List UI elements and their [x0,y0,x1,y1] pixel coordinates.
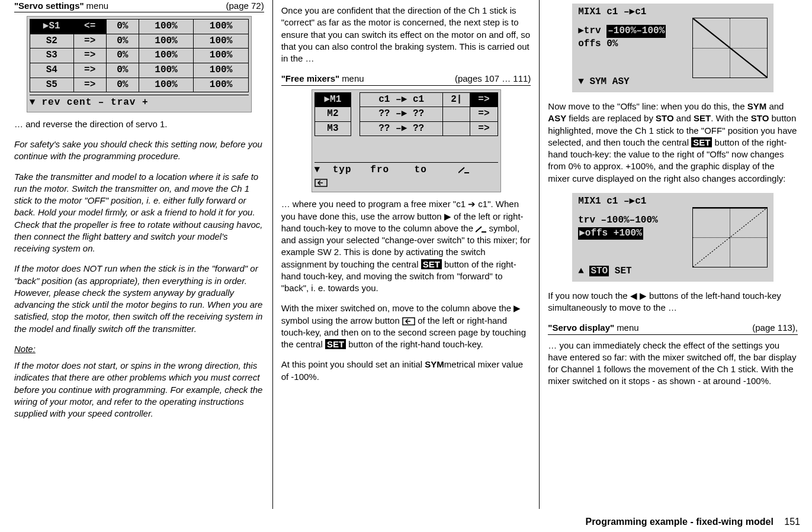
rev-s5: => [73,78,106,92]
menu-word: menu [617,322,752,334]
mix1-screen-sym: MIX1 c1 –▶c1 ▶trv –100%–100% offs 0% ▼ S… [572,4,774,92]
mix1-foot: ▼ SYM ASY [578,76,629,89]
svg-line-7 [693,208,767,267]
m1: ▶M1 [314,92,351,107]
m2-sym: => [470,107,498,122]
t2-s3: 100% [194,49,249,63]
foot-to: to [415,165,427,175]
c3-p1-m1: and [766,101,784,111]
c3-p1-pre: Now move to the "Offs" line: when you do… [548,101,747,111]
srv-s1: ▶S1 [30,20,73,34]
t2-s2: 100% [194,34,249,49]
m3-from: ?? [378,123,390,134]
c1-p1: … and reverse the direction of servo 1. [14,118,264,130]
mix1-screen-sto: MIX1 c1 –▶c1 trv –100%–100% ▶offs +100% … [572,193,774,282]
menu-name: "Free mixers" [281,73,339,85]
c1-p3: Take the transmitter and model to a loca… [14,171,264,255]
c1-p5: If the motor does not start, or spins in… [14,360,264,420]
c3-p1-b4: SET [694,113,711,123]
page-footer: Programming example - fixed-wing model 1… [585,517,800,527]
m2: M2 [314,107,351,122]
t2-s4: 100% [194,63,249,78]
mix1-trv: ▶trv –100%–100% [578,25,692,38]
c2-p3c: button of the right-hand touch-key. [346,339,483,349]
servo-settings-screen: ▶S1 <= 0% 100% 100% S2 => 0% 100% 100% S… [27,16,252,112]
mix2-offs: ▶offs +100% [578,227,643,240]
mix2-trv: trv –100%–100% [578,214,692,227]
enter-icon [402,317,415,325]
cent-s4: 0% [106,63,139,78]
t2-s5: 100% [194,78,249,92]
c3-p1-b2: ASY [548,113,566,123]
m2-to: ?? [413,108,424,119]
c3-p1: Now move to the "Offs" line: when you do… [548,101,798,185]
m3: M3 [314,121,351,136]
foot-fro: fro [370,165,389,175]
column-2: Once you are confident that the directio… [273,0,540,509]
column-3: MIX1 c1 –▶c1 ▶trv –100%–100% offs 0% ▼ S… [540,0,806,509]
cent-s3: 0% [106,49,139,63]
c3-p2: If you now touch the ◀ ▶ buttons of the … [548,290,798,314]
set-button: SET [421,259,442,269]
srv-s2: S2 [30,34,73,49]
rev-s1: <= [73,20,106,34]
cent-s5: 0% [106,78,139,92]
srv-s4: S4 [30,63,73,78]
free-mixers-screen: ▶M1 c1 –▶ c1 2| => M2 ?? –▶ ?? => M3 ?? [312,89,501,193]
c2-p4-bold: SYM [425,359,444,369]
c3-p1-m2: fields are replaced by [566,113,656,123]
m1-to: c1 [413,94,424,105]
set-button: SET [691,137,712,147]
t1-s3: 100% [139,49,194,63]
m2-sw [443,107,470,122]
menu-name: "Servo display" [548,322,614,334]
mix1-title: MIX1 c1 –▶c1 [578,6,692,19]
t2-s1: 100% [194,20,249,34]
footer-page-number: 151 [784,517,800,527]
menu-name: "Servo settings" [14,0,84,12]
set-button: SET [325,339,346,349]
c2-p4: At this point you should set an initial … [281,359,531,383]
menu-free-mixers: "Free mixers" menu (pages 107 … 111) [281,73,531,85]
rev-s3: => [73,49,106,63]
mixer-curve-chart-2 [692,207,768,267]
m1-sym: => [470,92,498,107]
t1-s1: 100% [139,20,194,34]
switch-symbol-icon [476,225,486,233]
c2-p3: With the mixer switched on, move to the … [281,302,531,350]
c3-p1-b3: STO [656,113,674,123]
foot-typ: typ [333,165,352,175]
cent-s2: 0% [106,34,139,49]
cent-s1: 0% [106,20,139,34]
m1-sw: 2| [443,92,470,107]
menu-page-ref: (pages 107 … 111) [455,73,531,85]
menu-page-ref: (page 113), [752,322,798,334]
c2-p2: … where you need to program a free mixer… [281,198,531,294]
c1-p2: For safety's sake you should check this … [14,138,264,163]
mix1-trv-val: –100%–100% [606,25,666,38]
menu-servo-display: "Servo display" menu (page 113), [548,322,798,334]
t1-s5: 100% [139,78,194,92]
c2-p2a: … where you need to program a free mixer… [281,199,524,233]
mix2-foot-post: SET [609,266,631,276]
c2-p1: Once you are confident that the directio… [281,5,531,65]
c3-p1-m3: and [674,113,694,123]
c2-p4-pre: At this point you should set an initial [281,359,425,369]
svg-line-0 [458,167,464,173]
srv-s5: S5 [30,78,73,92]
mix2-title: MIX1 c1 –▶c1 [578,195,692,208]
c3-p1-b5: STO [751,113,769,123]
svg-line-6 [693,18,767,78]
menu-word: menu [86,0,226,12]
t1-s4: 100% [139,63,194,78]
servo-footer: rev cent – trav + [41,97,148,108]
enter-icon [314,179,328,187]
c1-p4: If the motor does NOT run when the stick… [14,263,264,335]
column-1: "Servo settings" menu (page 72) ▶S1 <= 0… [6,0,273,509]
c3-p3: … you can immediately check the effect o… [548,340,798,388]
sto-button: STO [589,266,609,276]
mixer-curve-chart [692,18,768,78]
footer-title: Programming example - fixed-wing model [585,517,773,527]
m2-from: ?? [378,108,390,119]
mix2-foot-pre: ▲ [578,266,589,276]
